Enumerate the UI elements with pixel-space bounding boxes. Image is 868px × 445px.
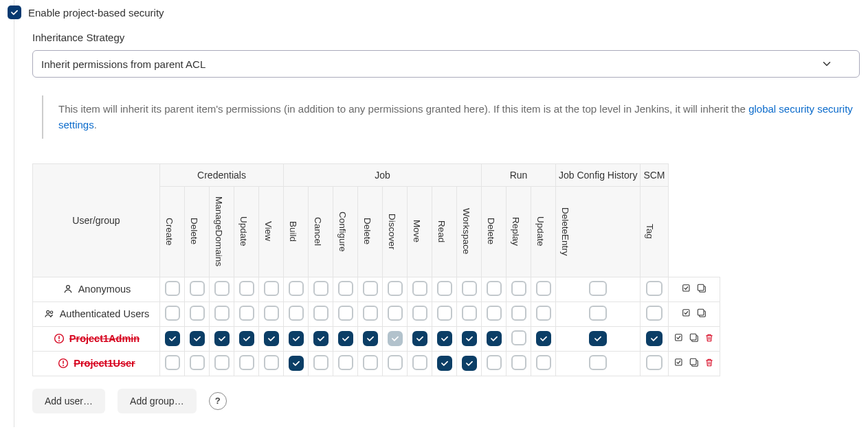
permission-checkbox[interactable] [487,306,502,321]
permission-checkbox[interactable] [313,306,329,321]
usergroup-name: Project1Admin [69,333,140,344]
permission-checkbox[interactable] [239,306,254,321]
permission-checkbox[interactable] [462,331,477,346]
permission-checkbox[interactable] [239,281,254,296]
table-row: Project1User [33,351,720,376]
permission-checkbox[interactable] [462,306,477,321]
perm-header: Move [408,186,432,277]
permission-checkbox[interactable] [646,281,663,296]
permission-checkbox[interactable] [487,281,502,296]
permission-checkbox[interactable] [264,331,279,346]
permission-checkbox[interactable] [536,331,551,346]
permission-checkbox[interactable] [462,281,477,296]
warn-icon [57,357,69,369]
permission-checkbox[interactable] [165,281,180,296]
permission-checkbox[interactable] [165,331,180,346]
permission-checkbox[interactable] [338,331,353,346]
permission-checkbox[interactable] [412,331,427,346]
permission-checkbox[interactable] [388,355,403,370]
permission-checkbox[interactable] [511,306,526,321]
permission-checkbox[interactable] [462,356,477,371]
delete-row-icon[interactable] [703,356,715,369]
permission-checkbox[interactable] [363,306,378,321]
permission-checkbox[interactable] [363,281,378,296]
permission-checkbox[interactable] [313,355,329,370]
permission-checkbox[interactable] [412,355,427,370]
permission-checkbox[interactable] [388,331,403,346]
permission-checkbox[interactable] [313,281,329,296]
permission-checkbox[interactable] [437,356,452,371]
permission-checkbox[interactable] [437,281,452,296]
permission-checkbox[interactable] [190,331,205,346]
unselect-all-icon[interactable] [695,307,708,319]
permission-checkbox[interactable] [536,306,551,321]
select-all-icon[interactable] [680,307,693,319]
permission-checkbox[interactable] [165,306,180,321]
permission-checkbox[interactable] [289,281,304,296]
permission-checkbox[interactable] [511,330,526,345]
permission-checkbox[interactable] [589,306,607,321]
usergroup-name: Authenticated Users [60,308,150,319]
permission-checkbox[interactable] [190,355,205,370]
permission-checkbox[interactable] [511,281,526,296]
delete-row-icon[interactable] [703,332,715,344]
permission-checkbox[interactable] [165,355,180,370]
unselect-all-icon[interactable] [688,356,700,369]
permission-checkbox[interactable] [363,355,378,370]
permission-checkbox[interactable] [214,281,230,296]
inheritance-selected-value: Inherit permissions from parent ACL [41,58,205,70]
enable-security-checkbox[interactable] [8,5,21,19]
select-all-icon[interactable] [680,282,693,295]
permission-checkbox[interactable] [589,281,607,296]
permission-checkbox[interactable] [589,355,607,370]
permission-checkbox[interactable] [190,306,205,321]
unselect-all-icon[interactable] [688,332,700,344]
permission-checkbox[interactable] [412,306,427,321]
permission-checkbox[interactable] [289,306,304,321]
permission-checkbox[interactable] [338,281,353,296]
permission-checkbox[interactable] [363,331,378,346]
permission-checkbox[interactable] [437,331,452,346]
add-group-button[interactable]: Add group… [118,389,197,413]
permission-checkbox[interactable] [338,355,353,370]
perm-header: View [259,186,284,277]
unselect-all-icon[interactable] [695,282,708,295]
permission-checkbox[interactable] [214,331,230,346]
perm-header: ManageDomains [210,186,234,277]
permission-checkbox[interactable] [646,306,663,321]
permission-checkbox[interactable] [646,355,663,370]
select-all-icon[interactable] [673,356,685,369]
permission-checkbox[interactable] [536,281,551,296]
warn-icon [53,332,65,345]
permission-checkbox[interactable] [214,355,230,370]
perm-header: Build [284,186,309,277]
perm-header: Tag [641,186,668,277]
permission-checkbox[interactable] [264,306,279,321]
permission-checkbox[interactable] [264,355,279,370]
permission-checkbox[interactable] [239,331,254,346]
permission-checkbox[interactable] [388,281,403,296]
permission-checkbox[interactable] [338,306,353,321]
permission-checkbox[interactable] [589,331,607,346]
permission-checkbox[interactable] [487,355,502,370]
permission-checkbox[interactable] [511,355,526,370]
permission-checkbox[interactable] [388,306,403,321]
permission-checkbox[interactable] [190,281,205,296]
permission-checkbox[interactable] [412,281,427,296]
permission-checkbox[interactable] [536,355,551,370]
select-all-icon[interactable] [673,332,685,344]
table-row: Project1Admin [33,326,720,351]
permission-checkbox[interactable] [239,355,254,370]
permission-checkbox[interactable] [264,281,279,296]
permission-checkbox[interactable] [289,331,304,346]
add-user-button[interactable]: Add user… [32,389,105,413]
perm-header: Update [531,186,556,277]
inheritance-select[interactable]: Inherit permissions from parent ACL [32,50,860,78]
permission-checkbox[interactable] [313,331,329,346]
permission-checkbox[interactable] [487,331,502,346]
permission-checkbox[interactable] [214,306,230,321]
permission-checkbox[interactable] [289,356,304,371]
help-button[interactable]: ? [209,392,227,410]
permission-checkbox[interactable] [646,331,663,346]
permission-checkbox[interactable] [437,306,452,321]
